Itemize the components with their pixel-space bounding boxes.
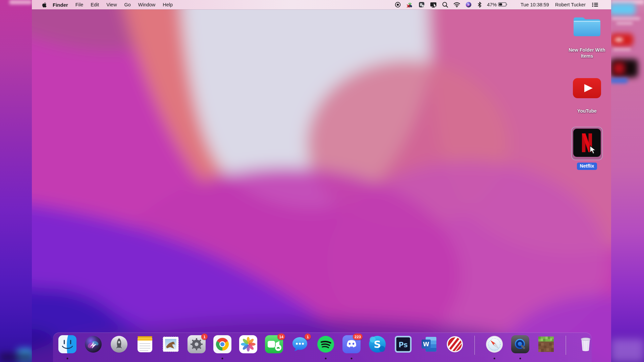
user-list-icon[interactable] — [589, 2, 601, 7]
dock-item-minecraft[interactable] — [537, 335, 555, 360]
notes-icon — [136, 335, 154, 354]
dock-item-photos[interactable] — [239, 335, 258, 360]
dock-item-discord[interactable]: 223 — [342, 335, 361, 360]
dock-item-skype[interactable]: S — [368, 335, 387, 360]
desktop-icon-label: New Folder With Items — [566, 47, 608, 59]
blur-label-blob — [611, 78, 628, 83]
blur-text-line — [613, 48, 631, 51]
menu-item-edit[interactable]: Edit — [87, 2, 103, 7]
letterbox-blur-right — [611, 0, 644, 362]
spotify-icon — [316, 335, 335, 354]
dock-item-photoshop[interactable]: Ps — [394, 335, 413, 360]
dock-item-messages[interactable]: 1 — [290, 335, 309, 360]
desktop-icon-label: Netflix — [577, 163, 597, 170]
status-icons: B — [392, 2, 485, 8]
wifi-icon[interactable] — [451, 2, 463, 7]
display-mirroring-icon[interactable] — [427, 2, 439, 8]
youtube-icon — [573, 78, 601, 100]
blur-text-line — [616, 22, 633, 24]
screen-content: Finder FileEditViewGoWindowHelp B 47% Tu… — [32, 0, 611, 362]
desktop-icon-netflix[interactable]: Netflix — [562, 127, 611, 170]
launchpad-icon — [110, 335, 128, 354]
battery-indicator[interactable]: 47% — [485, 1, 510, 8]
battery-percent-label: 47% — [487, 2, 497, 7]
desktop-icon-youtube[interactable]: YouTube — [562, 78, 611, 114]
dock-item-netflix[interactable] — [445, 335, 464, 360]
apple-menu-icon[interactable] — [40, 2, 49, 8]
siri-icon — [84, 335, 103, 354]
finder-icon — [58, 335, 77, 354]
menu-bar: Finder FileEditViewGoWindowHelp B 47% Tu… — [32, 0, 611, 9]
skype-icon: S — [368, 335, 387, 354]
menu-items: FileEditViewGoWindowHelp — [72, 2, 176, 7]
dock-item-word[interactable]: W — [420, 335, 438, 360]
dock-item-notes[interactable] — [136, 335, 154, 360]
blur-menubar-streak — [9, 0, 32, 4]
menu-bar-clock[interactable]: Tue 10:38:59 — [518, 2, 552, 7]
spotlight-search-icon[interactable] — [439, 2, 451, 8]
dock-item-facetime[interactable]: 14 — [265, 335, 283, 360]
bitdefender-icon[interactable]: B — [416, 2, 427, 8]
dock-item-spotify[interactable] — [316, 335, 335, 360]
menu-item-view[interactable]: View — [103, 2, 120, 7]
battery-icon — [498, 1, 508, 8]
notification-badge: 14 — [277, 334, 285, 340]
wallpaper — [32, 0, 611, 362]
car-remote-icon[interactable] — [404, 2, 416, 8]
netflix-icon — [445, 335, 464, 354]
photos-icon — [239, 335, 258, 354]
dock-item-trash[interactable] — [576, 335, 595, 360]
svg-text:W: W — [423, 341, 429, 348]
chrome-icon — [213, 335, 232, 354]
mail-icon — [161, 335, 180, 354]
running-indicator-dot — [67, 358, 68, 359]
running-indicator-dot — [222, 358, 223, 359]
dock-item-launchpad[interactable] — [110, 335, 128, 360]
trash-icon — [576, 335, 595, 354]
notification-badge: 1 — [305, 334, 311, 340]
running-indicator-dot — [325, 358, 327, 359]
netflix-icon — [573, 129, 601, 158]
blur-text-line — [612, 17, 640, 20]
blur-dock-glow — [611, 339, 644, 362]
dock-item-siri[interactable] — [84, 335, 103, 360]
letterbox-blur-left — [0, 0, 32, 362]
dock-divider — [474, 336, 475, 355]
dock-item-quicktime[interactable] — [511, 335, 530, 360]
dock-item-system-preferences[interactable]: 1 — [187, 335, 206, 360]
minecraft-icon — [537, 335, 555, 354]
fast-user-switch-name[interactable]: Robert Tucker — [552, 2, 589, 7]
word-icon: W — [420, 335, 438, 354]
macos-desktop: Finder FileEditViewGoWindowHelp B 47% Tu… — [0, 0, 644, 362]
desktop-icon-label: YouTube — [577, 108, 597, 114]
menu-item-file[interactable]: File — [72, 2, 87, 7]
notification-badge: 1 — [201, 334, 208, 340]
bluetooth-icon[interactable] — [474, 2, 485, 8]
menu-item-go[interactable]: Go — [120, 2, 134, 7]
blur-youtube-highlight — [614, 38, 623, 42]
blur-netflix-red — [613, 62, 625, 74]
menu-bar-left: Finder FileEditViewGoWindowHelp — [32, 2, 176, 8]
notification-badge: 223 — [353, 334, 363, 340]
photoshop-icon: Ps — [394, 335, 413, 354]
safari-icon — [485, 335, 504, 354]
menu-item-window[interactable]: Window — [135, 2, 159, 7]
running-indicator-dot — [494, 358, 495, 359]
dock-item-safari[interactable] — [485, 335, 504, 360]
svg-text:S: S — [374, 339, 381, 350]
dock-item-finder[interactable] — [58, 335, 77, 360]
dock-divider — [566, 336, 566, 355]
screen-recording-stop-icon[interactable] — [392, 2, 404, 8]
dock: 1 14 1 223 S Ps W — [53, 333, 592, 362]
desktop-icon-new-folder[interactable]: New Folder With Items — [562, 16, 611, 59]
dock-item-mail[interactable] — [161, 335, 180, 360]
running-indicator-dot — [351, 358, 353, 359]
siri-icon[interactable] — [463, 2, 474, 8]
dock-item-chrome[interactable] — [213, 335, 232, 360]
svg-text:Ps: Ps — [398, 341, 408, 349]
app-menu-finder[interactable]: Finder — [49, 2, 72, 8]
blur-folder-blob — [611, 3, 635, 15]
selection-highlight — [571, 127, 603, 160]
menu-item-help[interactable]: Help — [159, 2, 176, 7]
folder-icon — [573, 16, 601, 39]
